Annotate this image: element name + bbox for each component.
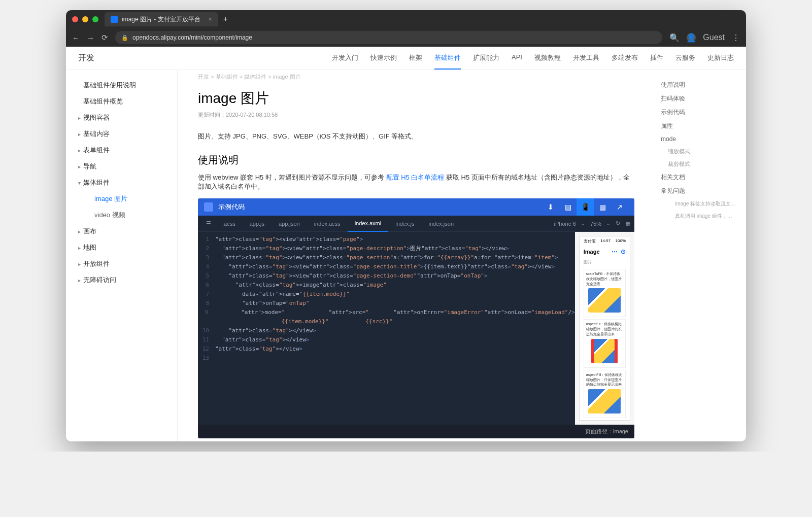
reload-button[interactable]: ⟳ xyxy=(101,33,108,42)
topnav-item[interactable]: 更新日志 xyxy=(707,47,734,70)
toc-item[interactable]: 常见问题 xyxy=(661,184,740,198)
code-editor[interactable]: 1"attr">class="tag"><view "attr">class="… xyxy=(198,232,575,425)
sidebar-item[interactable]: 基础组件使用说明 xyxy=(66,77,177,93)
topnav-item[interactable]: API xyxy=(512,47,522,70)
code-tab[interactable]: index.json xyxy=(422,216,461,232)
sidebar-item-label: image 图片 xyxy=(94,194,127,203)
new-tab-button[interactable]: + xyxy=(223,15,228,24)
sidebar-item[interactable]: ▸画布 xyxy=(66,223,177,239)
code-tab[interactable]: index.acss xyxy=(307,216,348,232)
files-icon[interactable]: ☰ xyxy=(202,216,215,232)
code-tabs: ☰ .acssapp.jsapp.jsonindex.acssindex.axm… xyxy=(198,216,634,232)
minimize-window[interactable] xyxy=(82,16,88,22)
grid-icon[interactable]: ▦ xyxy=(594,198,611,216)
toc-sidebar: 使用说明扫码体验示例代码属性mode缩放模式裁剪模式相关文档常见问题image … xyxy=(655,70,746,441)
lock-icon: 🔒 xyxy=(121,35,128,41)
more-icon[interactable]: ⋯ xyxy=(612,248,618,255)
toc-item[interactable]: 示例代码 xyxy=(661,106,740,119)
topnav-item[interactable]: 基础组件 xyxy=(434,47,461,70)
sidebar-item[interactable]: video 视频 xyxy=(66,207,177,223)
sidebar-item-label: 基础内容 xyxy=(83,129,110,139)
sidebar-item-label: video 视频 xyxy=(94,211,125,220)
favicon xyxy=(111,16,118,23)
url-text: opendocs.alipay.com/mini/component/image xyxy=(132,34,252,41)
topnav-item[interactable]: 框架 xyxy=(409,47,422,70)
breadcrumb: 开发 > 基础组件 > 媒体组件 > image 图片 xyxy=(198,70,634,84)
browser-tab[interactable]: image 图片 - 支付宝开放平台 × xyxy=(105,12,218,26)
code-tab[interactable]: app.js xyxy=(243,216,272,232)
search-icon[interactable]: 🔍 xyxy=(669,33,680,43)
sidebar-item[interactable]: ▸表单组件 xyxy=(66,142,177,158)
profile-icon[interactable]: 👤 xyxy=(687,33,696,42)
close-app-icon[interactable]: ⊙ xyxy=(621,248,626,255)
device-select[interactable]: iPhone 6 xyxy=(554,221,576,227)
qrcode-icon[interactable]: ▤ xyxy=(559,198,577,216)
code-line: 3 "attr">class="tag"><view "attr">class=… xyxy=(198,253,575,262)
topnav-item[interactable]: 多端发布 xyxy=(612,47,638,70)
toc-item[interactable]: mode xyxy=(661,133,740,145)
toc-item[interactable]: image 标签支持读取流文… xyxy=(661,198,740,210)
sidebar-item[interactable]: ▸无障碍访问 xyxy=(66,272,177,288)
top-nav: 开发 开发入门快速示例框架基础组件扩展能力API视频教程开发工具多端发布插件云服… xyxy=(66,47,746,70)
code-tab[interactable]: app.json xyxy=(272,216,307,232)
close-window[interactable] xyxy=(72,16,78,22)
sidebar-item[interactable]: 基础组件概览 xyxy=(66,93,177,110)
sidebar-item[interactable]: ▸导航 xyxy=(66,158,177,175)
toc-item[interactable]: 扫码体验 xyxy=(661,92,740,106)
address-bar: ← → ⟳ 🔒 opendocs.alipay.com/mini/compone… xyxy=(66,28,746,47)
sidebar-item[interactable]: ▸基础内容 xyxy=(66,126,177,142)
forward-button[interactable]: → xyxy=(87,33,94,42)
nav-brand: 开发 xyxy=(78,53,94,63)
page-content: 开发 开发入门快速示例框架基础组件扩展能力API视频教程开发工具多端发布插件云服… xyxy=(66,47,746,441)
code-footer: 页面路径：image xyxy=(198,425,634,438)
zoom-select[interactable]: 75% xyxy=(590,221,601,227)
browser-window: image 图片 - 支付宝开放平台 × + ← → ⟳ 🔒 opendocs.… xyxy=(66,10,746,441)
toc-item[interactable]: 缩放模式 xyxy=(661,145,740,158)
top-nav-menu: 开发入门快速示例框架基础组件扩展能力API视频教程开发工具多端发布插件云服务更新… xyxy=(332,47,734,70)
topnav-item[interactable]: 扩展能力 xyxy=(473,47,499,70)
sidebar-item[interactable]: ▸视图容器 xyxy=(66,110,177,126)
section-usage-title: 使用说明 xyxy=(198,153,634,167)
back-button[interactable]: ← xyxy=(72,33,80,42)
sidebar-item[interactable]: ▸地图 xyxy=(66,239,177,256)
body-layout: 基础组件使用说明基础组件概览▸视图容器▸基础内容▸表单组件▸导航▾媒体组件ima… xyxy=(66,70,746,441)
topnav-item[interactable]: 插件 xyxy=(650,47,663,70)
sidebar-item-label: 无障碍访问 xyxy=(83,275,116,285)
close-tab-icon[interactable]: × xyxy=(209,16,212,23)
topnav-item[interactable]: 快速示例 xyxy=(370,47,397,70)
code-line: 2 "attr">class="tag"><view "attr">class=… xyxy=(198,244,575,253)
menu-icon[interactable]: ⋮ xyxy=(732,33,740,43)
preview-card: aspectFit：保持纵横比缩放图片，使图片的长边能完全显示出来 xyxy=(584,319,626,367)
share-icon[interactable]: ↗ xyxy=(611,198,628,216)
code-line: 8 "attr">onTap="onTap" xyxy=(198,299,575,308)
toc-item[interactable]: 裁剪模式 xyxy=(661,158,740,170)
topnav-item[interactable]: 开发工具 xyxy=(573,47,599,70)
url-input[interactable]: 🔒 opendocs.alipay.com/mini/component/ima… xyxy=(115,31,662,44)
sidebar-item[interactable]: ▾媒体组件 xyxy=(66,175,177,191)
toc-item[interactable]: 属性 xyxy=(661,119,740,133)
phone-preview-icon[interactable]: 📱 xyxy=(577,198,594,216)
refresh-preview-icon[interactable]: ↻ xyxy=(616,220,620,227)
code-tab[interactable]: index.js xyxy=(388,216,421,232)
layout-icon[interactable]: ▦ xyxy=(625,220,630,227)
toc-item[interactable]: 使用说明 xyxy=(661,78,740,92)
sidebar-item[interactable]: image 图片 xyxy=(66,191,177,207)
whitelist-link[interactable]: 配置 H5 白名单流程 xyxy=(386,174,445,181)
sidebar-item-label: 画布 xyxy=(83,227,96,236)
sidebar-item[interactable]: ▸开放组件 xyxy=(66,256,177,272)
code-line: 1"attr">class="tag"><view "attr">class="… xyxy=(198,235,575,244)
tab-title: image 图片 - 支付宝开放平台 xyxy=(122,15,200,24)
topnav-item[interactable]: 云服务 xyxy=(675,47,695,70)
chevron-icon: ▸ xyxy=(78,164,83,169)
topnav-item[interactable]: 开发入门 xyxy=(332,47,358,70)
topnav-item[interactable]: 视频教程 xyxy=(534,47,561,70)
toc-item[interactable]: 真机调用 image 组件，… xyxy=(661,210,740,222)
maximize-window[interactable] xyxy=(92,16,98,22)
download-icon[interactable]: ⬇ xyxy=(542,198,559,216)
sidebar: 基础组件使用说明基础组件概览▸视图容器▸基础内容▸表单组件▸导航▾媒体组件ima… xyxy=(66,70,178,441)
toc-item[interactable]: 相关文档 xyxy=(661,170,740,184)
code-tab[interactable]: .acss xyxy=(215,216,243,232)
preview-image xyxy=(588,389,621,413)
code-tab[interactable]: index.axml xyxy=(348,216,389,232)
main-content: 开发 > 基础组件 > 媒体组件 > image 图片 image 图片 更新时… xyxy=(178,70,655,441)
